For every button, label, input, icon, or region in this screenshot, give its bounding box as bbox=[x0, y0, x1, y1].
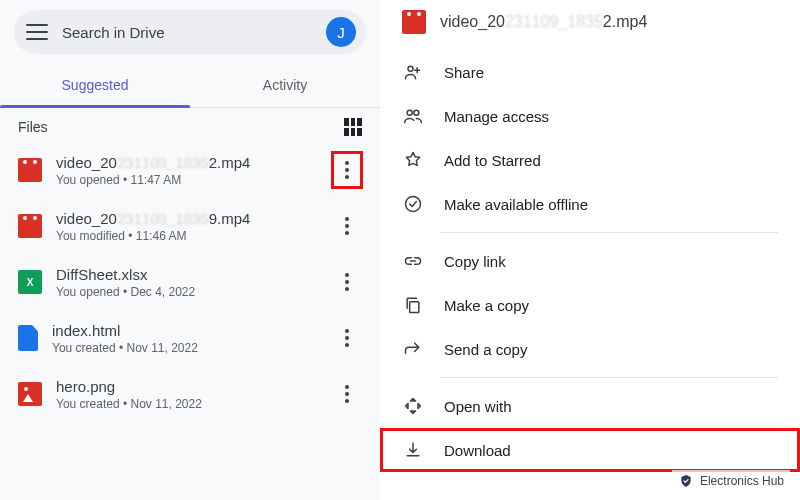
menu-label: Open with bbox=[444, 398, 512, 415]
menu-download[interactable]: Download bbox=[380, 428, 800, 472]
star-icon bbox=[402, 149, 424, 171]
files-label: Files bbox=[18, 119, 48, 135]
file-row[interactable]: hero.pngYou created • Nov 11, 2022 bbox=[0, 366, 380, 422]
file-meta: You opened • Dec 4, 2022 bbox=[56, 285, 318, 299]
image-file-icon bbox=[18, 382, 42, 406]
svg-point-0 bbox=[408, 66, 413, 71]
xlsx-file-icon: X bbox=[18, 270, 42, 294]
svg-point-2 bbox=[414, 110, 419, 115]
menu-copy-link[interactable]: Copy link bbox=[380, 239, 800, 283]
manage-access-icon bbox=[402, 105, 424, 127]
file-row[interactable]: index.htmlYou created • Nov 11, 2022 bbox=[0, 310, 380, 366]
more-options-button[interactable] bbox=[332, 320, 362, 356]
file-text: video_20231109_18352.mp4You opened • 11:… bbox=[56, 154, 318, 187]
context-menu-pane: video_20231109_18352.mp4 Share Manage ac… bbox=[380, 0, 800, 500]
files-header: Files bbox=[0, 108, 380, 142]
share-icon bbox=[402, 61, 424, 83]
menu-label: Send a copy bbox=[444, 341, 527, 358]
download-icon bbox=[402, 439, 424, 461]
menu-label: Download bbox=[444, 442, 511, 459]
file-meta: You created • Nov 11, 2022 bbox=[52, 341, 318, 355]
html-file-icon bbox=[18, 325, 38, 351]
offline-icon bbox=[402, 193, 424, 215]
file-meta: You created • Nov 11, 2022 bbox=[56, 397, 318, 411]
menu-label: Make available offline bbox=[444, 196, 588, 213]
file-meta: You modified • 11:46 AM bbox=[56, 229, 318, 243]
more-options-button[interactable] bbox=[332, 152, 362, 188]
more-options-button[interactable] bbox=[332, 264, 362, 300]
copy-icon bbox=[402, 294, 424, 316]
context-file-name: video_20231109_18352.mp4 bbox=[440, 13, 647, 31]
file-name: video_20231109_18359.mp4 bbox=[56, 210, 318, 227]
menu-share[interactable]: Share bbox=[380, 50, 800, 94]
menu-label: Add to Starred bbox=[444, 152, 541, 169]
file-text: hero.pngYou created • Nov 11, 2022 bbox=[56, 378, 318, 411]
file-text: video_20231109_18359.mp4You modified • 1… bbox=[56, 210, 318, 243]
file-text: index.htmlYou created • Nov 11, 2022 bbox=[52, 322, 318, 355]
shield-icon bbox=[678, 472, 694, 490]
menu-label: Manage access bbox=[444, 108, 549, 125]
menu-send-copy[interactable]: Send a copy bbox=[380, 327, 800, 371]
video-file-icon bbox=[18, 214, 42, 238]
svg-point-3 bbox=[406, 197, 421, 212]
watermark: Electronics Hub bbox=[672, 470, 790, 492]
menu-available-offline[interactable]: Make available offline bbox=[380, 182, 800, 226]
watermark-text: Electronics Hub bbox=[700, 474, 784, 488]
menu-divider bbox=[440, 232, 778, 233]
file-list: video_20231109_18352.mp4You opened • 11:… bbox=[0, 142, 380, 500]
file-name: hero.png bbox=[56, 378, 318, 395]
menu-label: Share bbox=[444, 64, 484, 81]
svg-point-1 bbox=[407, 110, 412, 115]
grid-view-icon[interactable] bbox=[344, 118, 362, 136]
menu-icon[interactable] bbox=[26, 24, 48, 40]
video-file-icon bbox=[402, 10, 426, 34]
file-text: DiffSheet.xlsxYou opened • Dec 4, 2022 bbox=[56, 266, 318, 299]
menu-add-starred[interactable]: Add to Starred bbox=[380, 138, 800, 182]
search-placeholder: Search in Drive bbox=[62, 24, 312, 41]
more-options-button[interactable] bbox=[332, 376, 362, 412]
tab-suggested[interactable]: Suggested bbox=[0, 62, 190, 107]
search-bar[interactable]: Search in Drive J bbox=[14, 10, 366, 54]
more-options-button[interactable] bbox=[332, 208, 362, 244]
file-name: video_20231109_18352.mp4 bbox=[56, 154, 318, 171]
file-row[interactable]: video_20231109_18352.mp4You opened • 11:… bbox=[0, 142, 380, 198]
link-icon bbox=[402, 250, 424, 272]
drive-file-list-pane: Search in Drive J Suggested Activity Fil… bbox=[0, 0, 380, 500]
send-icon bbox=[402, 338, 424, 360]
file-row[interactable]: video_20231109_18359.mp4You modified • 1… bbox=[0, 198, 380, 254]
video-file-icon bbox=[18, 158, 42, 182]
svg-rect-4 bbox=[410, 302, 419, 313]
file-name: DiffSheet.xlsx bbox=[56, 266, 318, 283]
tabs: Suggested Activity bbox=[0, 62, 380, 108]
menu-divider bbox=[440, 377, 778, 378]
file-row[interactable]: XDiffSheet.xlsxYou opened • Dec 4, 2022 bbox=[0, 254, 380, 310]
file-name: index.html bbox=[52, 322, 318, 339]
menu-manage-access[interactable]: Manage access bbox=[380, 94, 800, 138]
menu-label: Make a copy bbox=[444, 297, 529, 314]
menu-label: Copy link bbox=[444, 253, 506, 270]
menu-open-with[interactable]: Open with bbox=[380, 384, 800, 428]
context-file-header: video_20231109_18352.mp4 bbox=[380, 0, 800, 48]
file-meta: You opened • 11:47 AM bbox=[56, 173, 318, 187]
account-avatar[interactable]: J bbox=[326, 17, 356, 47]
tab-activity[interactable]: Activity bbox=[190, 62, 380, 107]
menu-make-copy[interactable]: Make a copy bbox=[380, 283, 800, 327]
open-with-icon bbox=[402, 395, 424, 417]
